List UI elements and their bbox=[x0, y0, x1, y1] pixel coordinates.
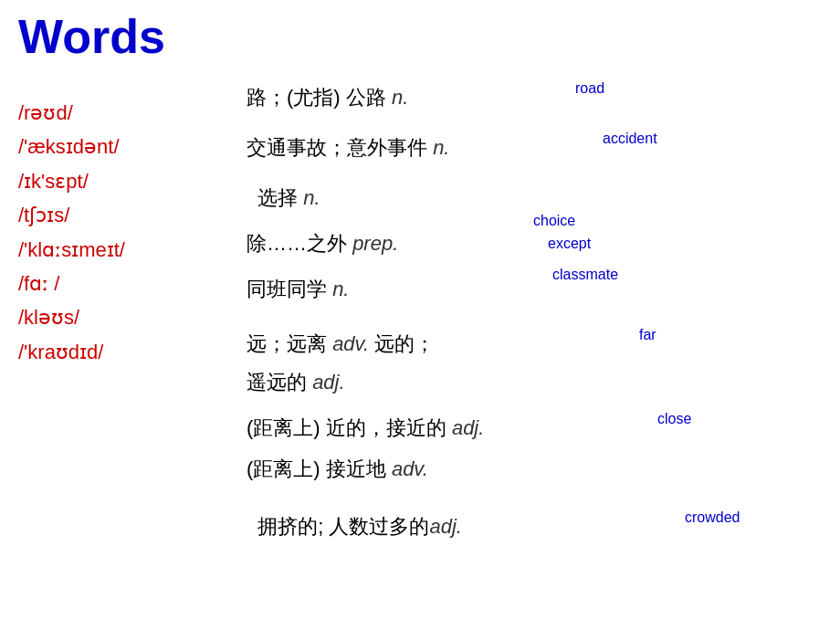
label-close: close bbox=[657, 411, 691, 427]
def-close2: (距离上) 接近地 adv. bbox=[247, 452, 428, 488]
def-except: 除……之外 prep. bbox=[247, 226, 398, 262]
phonetic-crowded: /'kraʊdɪd/ bbox=[18, 335, 125, 369]
def-choice: 选择 n. bbox=[247, 181, 320, 216]
label-road: road bbox=[575, 80, 604, 97]
phonetic-accident: /'æksɪdənt/ bbox=[18, 130, 125, 163]
phonetic-except: /ɪk'sɛpt/ bbox=[18, 164, 125, 198]
def-accident: 交通事故；意外事件 n. accident bbox=[247, 131, 449, 166]
label-accident: accident bbox=[603, 131, 657, 147]
label-far: far bbox=[639, 327, 656, 343]
def-crowded: 拥挤的; 人数过多的adj. crowded bbox=[247, 509, 462, 545]
phonetic-road: /rəʊd/ bbox=[18, 96, 125, 130]
label-choice: choice bbox=[533, 213, 575, 229]
def-far: 远；远离 adv. 远的； far bbox=[247, 327, 435, 362]
def-road: 路；(尤指) 公路 n. road bbox=[247, 80, 408, 116]
phonetic-close: /kləʊs/ bbox=[18, 300, 125, 334]
page-title: Words bbox=[18, 9, 165, 64]
def-classmate: 同班同学 n. bbox=[247, 272, 349, 308]
phonetic-classmate: /'klɑːsɪmeɪt/ bbox=[18, 233, 125, 267]
phonetic-choice: /tʃɔɪs/ bbox=[18, 198, 125, 232]
label-crowded: crowded bbox=[685, 509, 740, 526]
def-far2: 遥远的 adj. bbox=[247, 365, 345, 401]
phonetics-column: /rəʊd/ /'æksɪdənt/ /ɪk'sɛpt/ /tʃɔɪs/ /'k… bbox=[18, 96, 125, 369]
def-close1: (距离上) 近的，接近的 adj. close bbox=[247, 411, 484, 446]
label-classmate: classmate bbox=[552, 267, 618, 283]
label-except: except bbox=[548, 236, 591, 252]
phonetic-far: /fɑː / bbox=[18, 267, 125, 300]
